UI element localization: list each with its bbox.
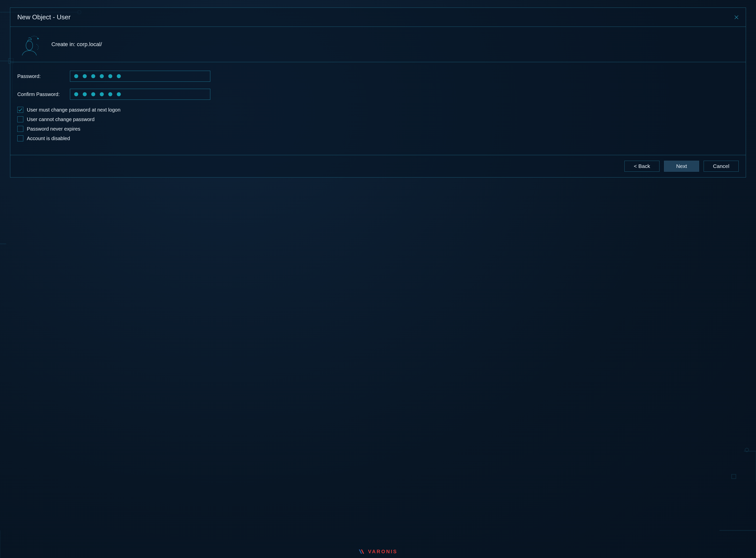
checkbox-row-0[interactable]: User must change password at next logon	[17, 107, 739, 113]
checkbox-unchecked-icon[interactable]	[17, 135, 23, 142]
brand-logo: VARONIS	[358, 549, 398, 555]
confirm-password-row: Confirm Password:	[17, 89, 739, 100]
checkbox-label: User must change password at next logon	[27, 107, 121, 113]
password-dot	[108, 92, 112, 96]
checkbox-row-2[interactable]: Password never expires	[17, 126, 739, 132]
next-button[interactable]: Next	[664, 161, 699, 172]
checkbox-checked-icon[interactable]	[17, 107, 23, 113]
varonis-logo-icon	[358, 549, 366, 555]
checkbox-label: User cannot change password	[27, 117, 95, 122]
dialog-footer: < Back Next Cancel	[10, 155, 746, 177]
dialog-header: New Object - User	[10, 8, 746, 27]
svg-point-2	[745, 448, 749, 452]
user-outline-icon	[17, 32, 41, 56]
password-dot	[108, 74, 112, 78]
password-dot	[117, 74, 121, 78]
cancel-button[interactable]: Cancel	[704, 161, 739, 172]
create-in-label: Create in: corp.local/	[51, 41, 102, 48]
close-icon[interactable]	[734, 15, 739, 20]
password-dot	[91, 92, 95, 96]
dialog-title: New Object - User	[17, 13, 71, 21]
checkbox-unchecked-icon[interactable]	[17, 116, 23, 122]
password-dot	[74, 92, 78, 96]
password-dot	[100, 92, 104, 96]
password-dot	[117, 92, 121, 96]
create-in-row: Create in: corp.local/	[10, 27, 746, 62]
checkbox-label: Password never expires	[27, 126, 80, 132]
new-user-dialog: New Object - User	[10, 7, 746, 177]
password-label: Password:	[17, 73, 70, 79]
checkbox-group: User must change password at next logonU…	[17, 107, 739, 142]
checkbox-row-3[interactable]: Account is disabled	[17, 135, 739, 142]
confirm-password-label: Confirm Password:	[17, 92, 70, 97]
svg-rect-3	[732, 474, 736, 479]
brand-name: VARONIS	[368, 549, 398, 555]
password-row: Password:	[17, 71, 739, 82]
password-dot	[91, 74, 95, 78]
password-input[interactable]	[70, 71, 210, 82]
checkbox-row-1[interactable]: User cannot change password	[17, 116, 739, 122]
password-dot	[100, 74, 104, 78]
password-dot	[83, 92, 87, 96]
checkbox-unchecked-icon[interactable]	[17, 126, 23, 132]
password-dot	[74, 74, 78, 78]
back-button[interactable]: < Back	[624, 161, 659, 172]
checkbox-label: Account is disabled	[27, 135, 70, 142]
confirm-password-input[interactable]	[70, 89, 210, 100]
password-form: Password: Confirm Password: User must ch…	[10, 62, 746, 155]
password-dot	[83, 74, 87, 78]
svg-point-6	[37, 38, 39, 39]
